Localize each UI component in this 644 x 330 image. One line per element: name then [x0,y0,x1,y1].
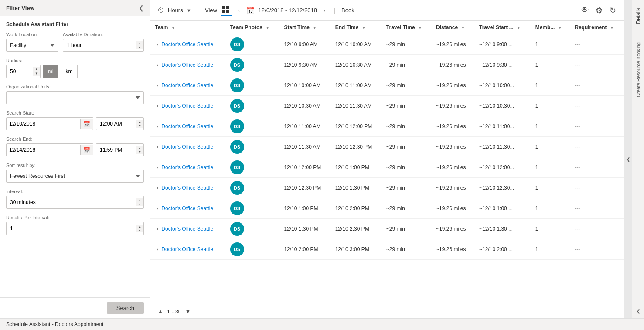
radius-up[interactable]: ▲ [33,67,40,71]
col-travel-start[interactable]: Travel Start ... ▼ [475,21,531,34]
col-distance[interactable]: Distance ▼ [432,21,475,34]
results-per-interval-input[interactable] [7,224,136,233]
search-start-time-down[interactable]: ▼ [136,124,143,128]
expand-btn-6[interactable]: › [155,164,160,170]
filter-collapse-btn[interactable]: ❮ [139,4,144,11]
search-end-time-input[interactable] [96,145,136,155]
col-start-time[interactable]: Start Time ▼ [279,21,331,34]
table-row[interactable]: › Doctor's Office Seattle DS 12/10 1:00 … [150,198,624,219]
table-row[interactable]: › Doctor's Office Seattle DS 12/10 12:30… [150,178,624,198]
avatar-1: DS [230,58,244,72]
col-members[interactable]: Memb... ▼ [531,21,571,34]
unit-mi-btn[interactable]: mi [43,65,58,78]
settings-btn[interactable]: ⚙ [595,5,603,16]
table-row[interactable]: › Doctor's Office Seattle DS 12/10 11:30… [150,137,624,157]
unit-km-btn[interactable]: km [61,65,78,78]
expand-btn-10[interactable]: › [155,246,160,252]
cell-avatar-3: DS [226,96,280,116]
work-location-row: Work Location: Facility Remote On-site A… [6,32,144,52]
search-end-time-down[interactable]: ▼ [136,150,143,154]
col-requirement[interactable]: Requirement ▼ [570,21,624,34]
results-table: Team ▼ Team Photos ▼ Start Time ▼ End Ti… [150,21,624,260]
sort-group: Sort result by: Fewest Resources First M… [6,163,144,183]
details-label[interactable]: Details [634,4,643,27]
col-end-time[interactable]: End Time ▼ [331,21,382,34]
available-duration-down[interactable]: ▼ [136,45,143,49]
prev-nav-btn[interactable]: ‹ [235,6,243,15]
table-row[interactable]: › Doctor's Office Seattle DS 12/10 11:00… [150,116,624,137]
search-end-time-up[interactable]: ▲ [136,146,143,150]
cell-travel-time-3: ~29 min [382,96,432,116]
search-start-calendar-icon[interactable]: 📅 [80,119,93,129]
search-start-time-up[interactable]: ▲ [136,120,143,124]
search-start-date-input[interactable] [7,119,80,129]
interval-spinner[interactable]: ▲ ▼ [6,196,144,209]
top-bar: ⏱ Hours ▼ | View ‹ 📅 12/6/2018 - 12/12/2… [150,0,624,21]
search-start-time-input[interactable] [96,119,136,129]
avatar-9: DS [230,222,244,236]
cell-start-9: 12/10 1:30 PM [279,219,331,239]
page-up-btn[interactable]: ▲ [157,308,164,315]
create-resource-label[interactable]: Create Resource Booking [636,42,641,97]
results-down[interactable]: ▼ [136,228,143,232]
expand-btn-9[interactable]: › [155,226,160,232]
interval-down[interactable]: ▼ [136,202,143,206]
expand-btn-2[interactable]: › [155,82,160,88]
cell-start-0: 12/10 9:00 AM [279,34,331,55]
expand-btn-8[interactable]: › [155,205,160,211]
cell-members-1: 1 [531,55,571,75]
right-collapse-btn[interactable]: ❮ [624,0,632,318]
results-up[interactable]: ▲ [136,225,143,228]
right-bottom-collapse: ❮ [637,307,640,314]
available-duration-input[interactable] [63,41,136,50]
table-row[interactable]: › Doctor's Office Seattle DS 12/10 10:30… [150,96,624,116]
refresh-btn[interactable]: ↻ [609,5,617,16]
available-duration-up[interactable]: ▲ [136,41,143,45]
cell-end-5: 12/10 12:30 PM [331,137,382,157]
available-duration-spinner[interactable]: ▲ ▼ [63,39,144,52]
results-per-interval-spinner[interactable]: ▲ ▼ [6,222,144,235]
table-row[interactable]: › Doctor's Office Seattle DS 12/10 2:00 … [150,239,624,260]
cell-distance-10: ~19.26 miles [432,239,475,260]
expand-btn-5[interactable]: › [155,144,160,150]
cell-distance-5: ~19.26 miles [432,137,475,157]
expand-btn-1[interactable]: › [155,62,160,68]
hours-dropdown-btn[interactable]: ▼ [187,8,191,13]
expand-btn-7[interactable]: › [155,185,160,191]
interval-up[interactable]: ▲ [136,198,143,202]
search-end-calendar-icon[interactable]: 📅 [80,145,93,155]
grid-view-btn[interactable] [221,5,232,16]
next-nav-btn[interactable]: › [320,6,328,15]
col-team[interactable]: Team ▼ [150,21,226,34]
table-row[interactable]: › Doctor's Office Seattle DS 12/10 1:30 … [150,219,624,239]
expand-btn-0[interactable]: › [155,41,160,48]
eye-btn[interactable]: 👁 [580,5,589,16]
filter-section-title: Schedule Assistant Filter [6,21,144,27]
available-duration-label: Available Duration: [63,32,144,37]
col-team-photos[interactable]: Team Photos ▼ [226,21,280,34]
table-row[interactable]: › Doctor's Office Seattle DS 12/10 9:00 … [150,34,624,55]
search-end-date-input[interactable] [7,145,80,155]
expand-btn-4[interactable]: › [155,123,160,129]
work-location-select[interactable]: Facility Remote On-site [6,39,58,52]
cell-team: › Doctor's Office Seattle [150,198,226,219]
results-per-interval-label: Results Per Interval: [6,215,144,220]
table-row[interactable]: › Doctor's Office Seattle DS 12/10 10:00… [150,75,624,96]
page-down-btn[interactable]: ▼ [185,308,191,315]
sort-select[interactable]: Fewest Resources First Most Resources Fi… [6,170,144,183]
team-name-3: Doctor's Office Seattle [161,103,213,109]
interval-input[interactable] [7,197,136,207]
book-label[interactable]: Book [341,7,354,14]
right-bottom-arrow[interactable]: ❮ [637,309,640,313]
col-travel-time[interactable]: Travel Time ▼ [382,21,432,34]
table-row[interactable]: › Doctor's Office Seattle DS 12/10 12:00… [150,157,624,178]
radius-input[interactable] [7,67,33,76]
search-button[interactable]: Search [107,302,144,314]
table-row[interactable]: › Doctor's Office Seattle DS 12/10 9:30 … [150,55,624,75]
search-start-date-wrap: 📅 [6,117,93,130]
cell-team: › Doctor's Office Seattle [150,96,226,116]
org-units-select[interactable] [6,91,144,104]
available-duration-group: Available Duration: ▲ ▼ [63,32,144,52]
radius-down[interactable]: ▼ [33,71,40,76]
expand-btn-3[interactable]: › [155,103,160,109]
